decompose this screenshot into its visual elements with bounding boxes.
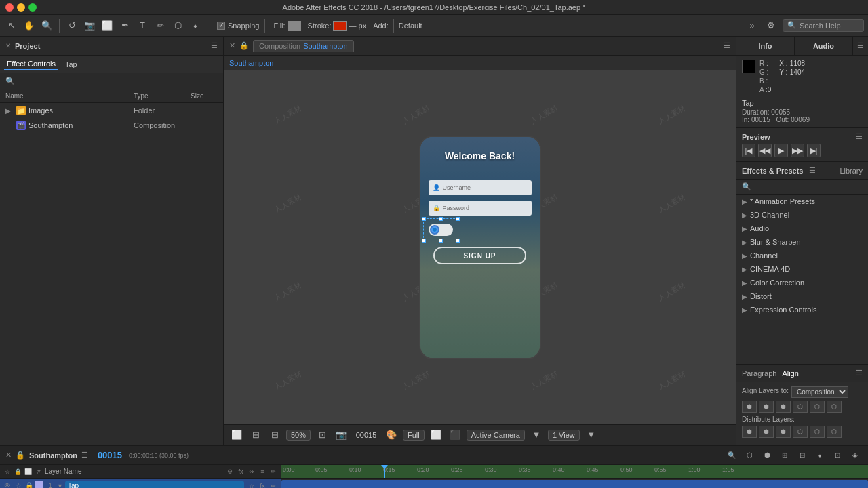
hand-tool[interactable]: ✋ (22, 18, 37, 33)
tl-tool-6[interactable]: ⊡ (830, 448, 845, 463)
align-bottom-btn[interactable]: ⬡ (827, 401, 842, 413)
close-button[interactable] (5, 3, 14, 12)
prev-play-btn[interactable]: ▶ (774, 144, 788, 157)
effect-cinema4d[interactable]: ▶ CINEMA 4D (736, 262, 868, 276)
tl-tool-7[interactable]: ◈ (848, 448, 863, 463)
username-field[interactable]: 👤 Username (429, 180, 532, 195)
switch-1[interactable]: ☆ (247, 481, 256, 489)
timeline-menu-icon[interactable]: ☰ (81, 451, 88, 460)
fx-1[interactable]: fx (258, 481, 267, 489)
timeline-timecode[interactable]: 00015 (98, 450, 122, 460)
playhead[interactable] (384, 465, 385, 478)
preview-menu[interactable]: ☰ (856, 132, 863, 141)
project-item-southampton[interactable]: 🎬 Southampton Composition (11, 118, 223, 133)
dist-right-btn[interactable]: ⬢ (776, 426, 791, 438)
effect-color-correction[interactable]: ▶ Color Correction (736, 276, 868, 289)
comp-overlay-icon[interactable]: ⊟ (267, 428, 282, 443)
dist-top-btn[interactable]: ⬡ (793, 426, 808, 438)
effect-animation-presets[interactable]: ▶ * Animation Presets (736, 195, 868, 208)
lock-1[interactable]: 🔒 (24, 481, 34, 489)
password-field[interactable]: 🔒 Password (429, 201, 532, 216)
dist-left-btn[interactable]: ⬢ (742, 426, 757, 438)
prev-back-btn[interactable]: ◀◀ (758, 144, 772, 157)
comp-render-icon[interactable]: ⬜ (229, 428, 244, 443)
trans-bg-icon[interactable]: ⬜ (429, 428, 443, 443)
pixel-aspect-icon[interactable]: ⬛ (448, 428, 462, 443)
effect-channel[interactable]: ▶ Channel (736, 249, 868, 262)
comp-grid-icon[interactable]: ⊞ (248, 428, 263, 443)
tab-info[interactable]: Info (736, 37, 795, 55)
comp-tab-southampton[interactable]: Composition Southampton (253, 40, 354, 52)
settings-icon[interactable]: ⚙ (764, 18, 778, 33)
stamp-tool[interactable]: ⬡ (170, 18, 185, 33)
stroke-color-swatch[interactable] (333, 21, 347, 30)
close-icon[interactable]: ✕ (5, 42, 11, 49)
align-menu-icon[interactable]: ☰ (856, 369, 863, 378)
panel-menu-icon[interactable]: ☰ (211, 41, 218, 50)
layer-row-tap[interactable]: 👁 ☆ 🔒 1 ▼ Tap ☆ fx ✏ (0, 479, 281, 488)
zoom-selector[interactable]: 50% (286, 430, 311, 441)
maximize-button[interactable] (28, 3, 37, 12)
view-selector[interactable]: 1 View (548, 430, 580, 441)
paragraph-tab[interactable]: Paragraph (742, 369, 776, 378)
prev-first-btn[interactable]: |◀ (742, 144, 755, 157)
puppet-tool[interactable]: ⬧ (188, 18, 203, 33)
select-tool[interactable]: ↖ (4, 18, 19, 33)
tl-search-icon[interactable]: 🔍 (724, 448, 739, 463)
lock-comp-icon[interactable]: 🔒 (239, 41, 249, 50)
signup-button[interactable]: SIGN UP (433, 247, 526, 264)
snapshot-icon[interactable]: 📷 (334, 428, 349, 443)
breadcrumb-link[interactable]: Southampton (229, 59, 273, 67)
brush-tool[interactable]: ✏ (153, 18, 167, 33)
fit-icon[interactable]: ⊡ (315, 428, 330, 443)
effect-audio[interactable]: ▶ Audio (736, 222, 868, 235)
right-panel-menu[interactable]: ☰ (853, 41, 868, 50)
effect-blur-sharpen[interactable]: ▶ Blur & Sharpen (736, 235, 868, 249)
align-center-h-btn[interactable]: ⬢ (759, 401, 774, 413)
align-top-btn[interactable]: ⬡ (793, 401, 808, 413)
effects-menu-icon[interactable]: ☰ (809, 166, 816, 175)
effect-3d-channel[interactable]: ▶ 3D Channel (736, 208, 868, 222)
dist-center-v-btn[interactable]: ⬡ (810, 426, 825, 438)
tab-effect-controls[interactable]: Effect Controls (4, 58, 58, 70)
align-tab[interactable]: Align (782, 369, 798, 378)
timeline-lock-icon[interactable]: 🔒 (16, 451, 25, 460)
effect-distort[interactable]: ▶ Distort (736, 289, 868, 303)
close-comp-icon[interactable]: ✕ (229, 41, 235, 50)
camera-tool[interactable]: 📷 (82, 18, 97, 33)
mask-tool[interactable]: ⬜ (100, 18, 115, 33)
vis-eye-1[interactable]: 👁 (3, 481, 12, 489)
tl-tool-3[interactable]: ⊞ (777, 448, 792, 463)
region-icon[interactable]: 🎨 (384, 428, 399, 443)
tl-tool-4[interactable]: ⊟ (795, 448, 810, 463)
expand-1[interactable]: ▼ (57, 483, 64, 489)
expand-panels-icon[interactable]: » (745, 18, 760, 33)
minimize-button[interactable] (17, 3, 25, 12)
dist-bottom-btn[interactable]: ⬡ (827, 426, 842, 438)
align-to-selector[interactable]: Composition (791, 386, 848, 398)
zoom-tool[interactable]: 🔍 (39, 18, 54, 33)
camera-expand-icon[interactable]: ▼ (529, 428, 544, 443)
align-center-v-btn[interactable]: ⬡ (810, 401, 825, 413)
rotation-tool[interactable]: ↺ (64, 18, 79, 33)
search-help-box[interactable]: 🔍 Search Help (783, 19, 864, 32)
comp-panel-menu[interactable]: ☰ (724, 41, 730, 50)
align-right-btn[interactable]: ⬢ (776, 401, 791, 413)
library-tab[interactable]: Library (840, 167, 863, 175)
resolution-selector[interactable]: Full (403, 430, 425, 441)
layer-name-tap[interactable]: Tap (65, 481, 244, 488)
prev-fwd-btn[interactable]: ▶▶ (791, 144, 804, 157)
prev-last-btn[interactable]: ▶| (807, 144, 821, 157)
pen-edit-1[interactable]: ✏ (269, 481, 278, 489)
toggle-button[interactable] (429, 224, 453, 236)
timeline-close-icon[interactable]: ✕ (5, 451, 12, 460)
tl-tool-1[interactable]: ⬡ (742, 448, 757, 463)
pen-tool[interactable]: ✒ (117, 18, 132, 33)
type-tool[interactable]: T (135, 18, 150, 33)
fill-color-swatch[interactable] (288, 21, 301, 30)
view-expand-icon[interactable]: ▼ (584, 428, 599, 443)
tl-tool-5[interactable]: ⬧ (812, 448, 827, 463)
snapping-checkbox[interactable]: ✓ (217, 22, 225, 30)
tl-tool-2[interactable]: ⬢ (760, 448, 774, 463)
project-item-images[interactable]: ▶ 📁 Images Folder (0, 103, 223, 118)
